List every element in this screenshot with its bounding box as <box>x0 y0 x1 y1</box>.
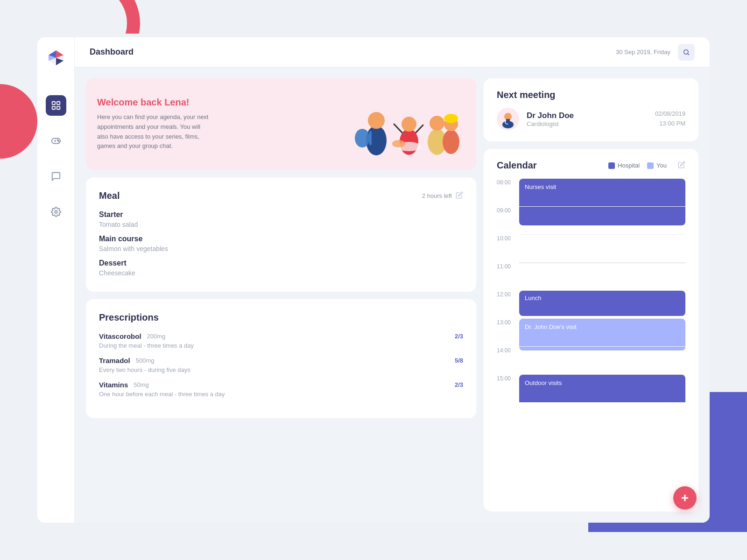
time-slot-1200: 12:00 Lunch <box>497 290 685 318</box>
meal-dessert-category: Dessert Cheesecake <box>99 259 463 277</box>
calendar-event-lunch[interactable]: Lunch <box>519 291 685 316</box>
meal-starter-item: Tomato salad <box>99 221 463 228</box>
welcome-illustration <box>344 91 465 157</box>
prescrip-count-2: 5/8 <box>455 357 463 364</box>
sidebar-nav <box>46 95 66 222</box>
svg-line-28 <box>394 124 402 133</box>
prescrip-count-3: 2/3 <box>455 381 463 388</box>
meal-card: Meal 2 hours left Start <box>86 177 476 292</box>
meal-main-title: Main course <box>99 235 463 243</box>
meal-starter-title: Starter <box>99 210 463 219</box>
svg-point-32 <box>444 114 458 123</box>
welcome-text: Welcome back Lena! Here you can find you… <box>97 97 344 151</box>
meeting-date: 02/08/2019 <box>655 109 685 119</box>
prescrip-desc-2: Every two hours - during five days <box>99 366 463 373</box>
prescription-item-vitamins: Vitamins 50mg 2/3 One hour before each m… <box>99 381 463 398</box>
prescriptions-card: Prescriptions Vitascorobol 200mg 2/3 Dur… <box>86 299 476 418</box>
time-slot-1000: 10:00 <box>497 234 685 262</box>
legend-you: You <box>647 162 667 169</box>
prescrip-desc-1: During the meal - three times a day <box>99 342 463 349</box>
deco-arc-left <box>0 84 37 159</box>
right-panel: Next meeting <box>484 78 698 511</box>
legend-hospital-label: Hospital <box>618 162 640 169</box>
prescrip-name-1: Vitascorobol <box>99 332 141 340</box>
time-label-1000: 10:00 <box>497 234 519 242</box>
svg-point-18 <box>368 112 385 129</box>
calendar-event-johndoe[interactable]: Dr. John Doe's visit <box>519 319 685 350</box>
event-nurses-label: Nurses visit <box>525 183 556 190</box>
doctor-name: Dr John Doe <box>527 111 648 120</box>
search-button[interactable] <box>678 44 695 61</box>
svg-rect-7 <box>52 106 55 109</box>
time-content-1000 <box>519 234 685 262</box>
time-label-0900: 09:00 <box>497 206 519 214</box>
event-johndoe-label: Dr. John Doe's visit <box>525 323 577 330</box>
prescription-item-tramadol: Tramadol 500mg 5/8 Every two hours - dur… <box>99 357 463 373</box>
sidebar-logo[interactable] <box>47 49 65 77</box>
meal-header: Meal 2 hours left <box>99 190 463 201</box>
time-label-1200: 12:00 <box>497 290 519 298</box>
doctor-row: Dr John Doe Cardiologist 02/08/2019 13:0… <box>497 108 685 130</box>
time-slot-0800: 08:00 Nurses visit <box>497 178 685 206</box>
time-label-1100: 11:00 <box>497 262 519 270</box>
time-label-1300: 13:00 <box>497 318 519 326</box>
svg-point-13 <box>58 141 59 142</box>
svg-point-20 <box>355 129 370 147</box>
svg-point-27 <box>430 116 444 131</box>
event-outdoor-label: Outdoor visits <box>525 379 562 386</box>
doctor-specialty: Cardiologist <box>527 120 648 127</box>
page-title: Dashboard <box>90 47 616 57</box>
welcome-title: Welcome back Lena! <box>97 97 344 108</box>
meal-dessert-item: Cheesecake <box>99 269 463 277</box>
prescrip-dose-3: 50mg <box>134 381 149 388</box>
calendar-edit-icon[interactable] <box>678 161 685 170</box>
time-slot-1100: 11:00 <box>497 262 685 290</box>
sidebar-item-games[interactable] <box>46 131 66 151</box>
doctor-info: Dr John Doe Cardiologist <box>527 111 648 127</box>
prescrip-dose-2: 500mg <box>136 357 155 364</box>
topbar-date: 30 Sep 2019, Friday <box>616 49 670 56</box>
time-content-1100 <box>519 262 685 290</box>
content-area: Dashboard 30 Sep 2019, Friday Welcome ba… <box>75 37 710 523</box>
meal-edit-icon[interactable] <box>456 191 463 201</box>
meal-starter-category: Starter Tomato salad <box>99 210 463 228</box>
time-slot-1300: 13:00 Dr. John Doe's visit <box>497 318 685 346</box>
next-meeting-title: Next meeting <box>497 90 685 100</box>
time-slot-1400: 14:00 <box>497 346 685 374</box>
svg-point-25 <box>392 140 405 147</box>
next-meeting-card: Next meeting <box>484 78 698 141</box>
calendar-title: Calendar <box>497 160 537 171</box>
svg-point-23 <box>402 117 416 132</box>
svg-point-35 <box>502 121 514 128</box>
prescrip-count-1: 2/3 <box>455 333 463 340</box>
time-label-0800: 08:00 <box>497 178 519 186</box>
calendar-event-outdoor[interactable]: Outdoor visits <box>519 375 685 402</box>
svg-rect-8 <box>56 106 59 109</box>
time-label-1500: 15:00 <box>497 374 519 382</box>
legend-you-label: You <box>656 162 667 169</box>
add-event-fab[interactable] <box>673 486 697 510</box>
prescrip-name-3: Vitamins <box>99 381 128 389</box>
meeting-time-value: 13:00 PM <box>655 119 685 129</box>
sidebar-item-chat[interactable] <box>46 166 66 187</box>
calendar-timeline: 08:00 Nurses visit 09:00 <box>497 178 685 402</box>
meal-dessert-title: Dessert <box>99 259 463 267</box>
prescription-item-vitascorobol: Vitascorobol 200mg 2/3 During the meal -… <box>99 332 463 349</box>
calendar-card: Calendar Hospital You <box>484 149 698 511</box>
prescriptions-title: Prescriptions <box>99 312 463 323</box>
doctor-avatar <box>497 108 519 130</box>
event-lunch-label: Lunch <box>525 294 541 301</box>
time-slot-0900: 09:00 <box>497 206 685 234</box>
prescrip-dose-1: 200mg <box>147 333 166 340</box>
svg-point-12 <box>57 140 58 140</box>
meal-main-item: Salmon with vegetables <box>99 245 463 252</box>
time-label-1400: 14:00 <box>497 346 519 354</box>
legend-hospital-dot <box>608 162 615 169</box>
sidebar-item-settings[interactable] <box>46 202 66 222</box>
svg-rect-5 <box>52 102 55 105</box>
svg-rect-21 <box>369 131 372 145</box>
svg-point-14 <box>55 210 57 213</box>
svg-point-30 <box>443 130 459 154</box>
sidebar-item-dashboard[interactable] <box>46 95 66 116</box>
main-container: Dashboard 30 Sep 2019, Friday Welcome ba… <box>37 37 710 523</box>
